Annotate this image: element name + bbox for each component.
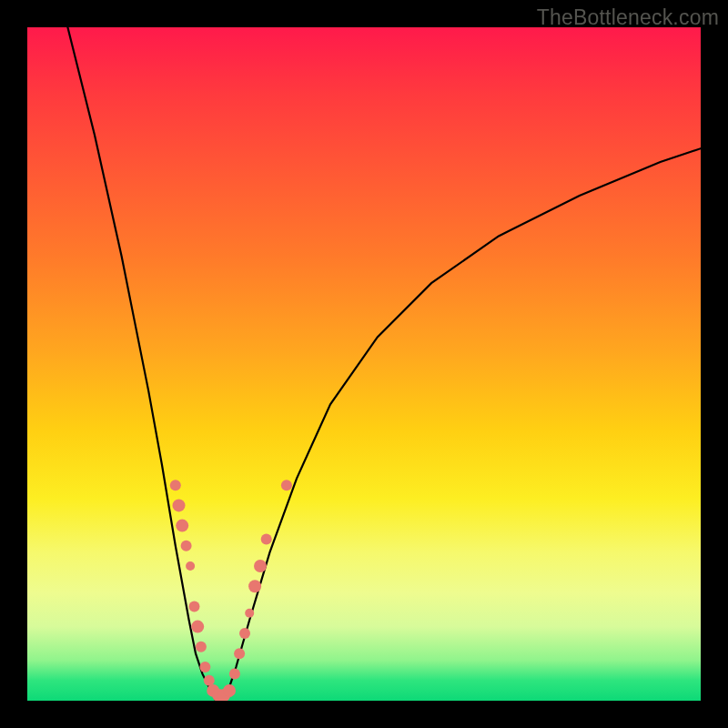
data-marker [191,621,204,633]
data-marker [189,601,200,612]
data-marker [199,662,210,672]
data-marker [254,560,267,572]
plot-area [27,27,701,701]
data-marker [234,648,245,659]
data-marker [245,609,254,618]
data-marker [261,533,272,544]
marker-group [170,480,292,701]
watermark-text: TheBottleneck.com [537,5,719,30]
data-marker [176,520,188,532]
data-marker [173,499,186,511]
data-marker [186,561,195,571]
data-marker [196,642,207,652]
curve-layer [27,27,701,701]
data-marker [170,480,181,490]
data-marker [248,580,261,592]
left-curve [67,27,216,701]
chart-frame: TheBottleneck.com [0,0,728,728]
data-marker [281,480,292,490]
data-marker [229,668,240,679]
data-marker [181,541,192,551]
data-marker [239,628,250,639]
right-curve [223,148,701,701]
data-marker [223,684,236,697]
